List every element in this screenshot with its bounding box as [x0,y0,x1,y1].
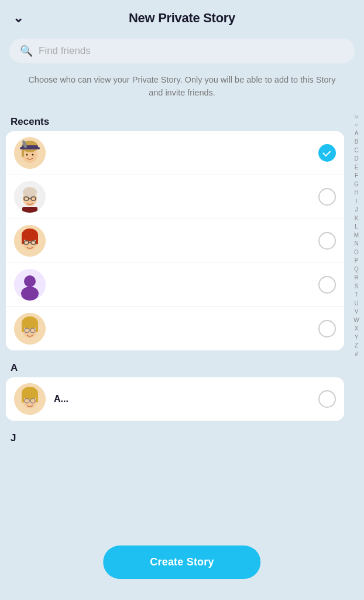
svg-rect-39 [36,393,38,403]
alpha-a[interactable]: A [355,129,359,138]
avatar [14,269,46,301]
alpha-m[interactable]: M [354,231,359,240]
contact-name: A... [46,394,318,404]
list-item[interactable] [6,307,344,350]
content-area: Recents [0,110,364,518]
avatar [14,181,46,213]
svg-point-11 [23,187,37,197]
section-header-recents: Recents [0,110,350,131]
alpha-r[interactable]: R [354,274,358,282]
svg-point-25 [24,275,36,287]
svg-rect-30 [22,323,24,332]
chevron-down-icon[interactable]: ⌄ [13,11,23,26]
avatar [14,137,46,169]
alpha-k[interactable]: K [355,214,359,223]
alpha-c[interactable]: C [354,146,358,155]
alpha-v[interactable]: V [355,308,359,316]
section-header-j: J [0,427,350,448]
svg-point-26 [21,287,39,301]
alpha-p[interactable]: P [355,257,359,265]
svg-rect-38 [22,393,24,403]
alpha-t[interactable]: T [355,291,358,299]
alpha-b[interactable]: B [355,138,359,146]
alpha-l[interactable]: L [355,223,358,231]
alpha-u[interactable]: U [354,299,358,308]
alpha-i[interactable]: I [356,197,358,206]
svg-rect-15 [22,207,37,213]
alpha-emoji-face[interactable]: ☺ [353,112,359,121]
list-area: Recents [0,110,364,518]
svg-point-37 [22,387,38,400]
alpha-h[interactable]: H [354,189,358,197]
avatar [14,383,46,415]
search-placeholder: Find friends [39,45,91,57]
svg-rect-31 [36,323,38,332]
svg-point-7 [26,154,28,155]
recents-group [6,131,344,350]
alphabet-sidebar: ☺ ○ A B C D E F G H I J K L M N O P Q R … [350,110,363,518]
alpha-e[interactable]: E [355,163,359,172]
alpha-clock[interactable]: ○ [355,121,358,129]
alpha-w[interactable]: W [353,316,359,325]
alpha-hash[interactable]: # [355,350,358,359]
check-circle[interactable] [318,276,336,294]
list-item[interactable] [6,131,344,175]
search-icon: 🔍 [20,45,33,57]
alpha-g[interactable]: G [354,180,359,189]
list-item[interactable]: A... [6,377,344,421]
check-circle[interactable] [318,188,336,206]
check-circle-selected[interactable] [318,144,336,162]
alpha-j[interactable]: J [355,206,358,214]
alpha-d[interactable]: D [354,155,358,163]
svg-point-18 [22,229,38,241]
page-title: New Private Story [129,11,235,26]
header: ⌄ New Private Story [0,0,364,34]
alpha-y[interactable]: Y [355,333,359,342]
avatar [14,225,46,257]
privacy-description: Choose who can view your Private Story. … [0,71,364,110]
check-circle[interactable] [318,390,336,408]
alpha-s[interactable]: S [355,282,359,291]
alpha-q[interactable]: Q [354,265,359,274]
alpha-n[interactable]: N [354,240,358,248]
list-item[interactable] [6,175,344,219]
svg-rect-5 [20,147,40,149]
alpha-z[interactable]: Z [355,342,358,350]
alpha-x[interactable]: X [355,325,359,333]
search-container: 🔍 Find friends [0,34,364,71]
svg-point-29 [22,316,38,329]
a-group: A... [6,377,344,421]
avatar [14,313,46,345]
svg-point-8 [32,154,34,155]
alpha-f[interactable]: F [355,172,358,180]
search-bar[interactable]: 🔍 Find friends [9,39,355,63]
list-item[interactable] [6,219,344,263]
list-item[interactable] [6,263,344,307]
check-circle[interactable] [318,320,336,338]
section-header-a: A [0,356,350,377]
check-circle[interactable] [318,232,336,250]
create-story-button[interactable]: Create Story [103,546,260,579]
alpha-o[interactable]: O [354,248,359,257]
